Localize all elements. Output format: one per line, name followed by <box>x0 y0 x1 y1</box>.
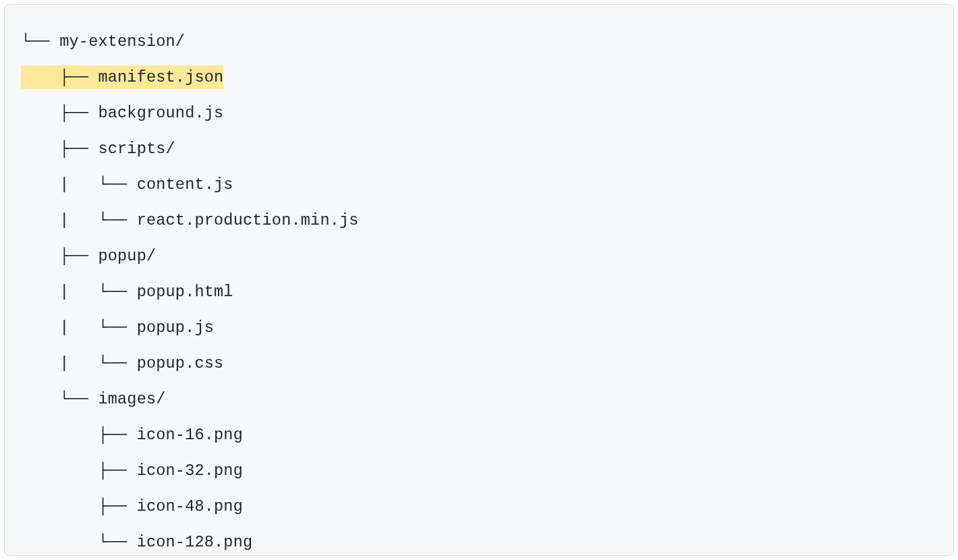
tree-line: ├── icon-48.png <box>21 488 937 524</box>
tree-prefix: ├── <box>21 426 137 444</box>
tree-prefix: ├── <box>21 247 98 265</box>
tree-item-name: my-extension/ <box>59 32 185 51</box>
tree-item-name: popup.css <box>137 354 224 372</box>
tree-line: | └── react.production.min.js <box>21 202 937 238</box>
directory-tree: └── my-extension/ ├── manifest.json ├── … <box>21 24 937 556</box>
tree-prefix: ├── <box>21 461 137 480</box>
tree-line: └── my-extension/ <box>21 24 937 59</box>
tree-line: ├── icon-16.png <box>21 417 937 453</box>
code-block: └── my-extension/ ├── manifest.json ├── … <box>4 4 954 556</box>
tree-line: ├── manifest.json <box>21 59 937 95</box>
tree-line: ├── scripts/ <box>21 131 937 167</box>
highlighted-entry: ├── manifest.json <box>21 65 223 89</box>
tree-line: | └── popup.js <box>21 310 937 345</box>
tree-item-name: icon-128.png <box>137 533 253 551</box>
tree-prefix: | └── <box>21 318 137 337</box>
tree-line: | └── popup.css <box>21 345 937 381</box>
tree-item-name: react.production.min.js <box>137 211 359 229</box>
tree-line: └── images/ <box>21 381 937 417</box>
tree-prefix: ├── <box>21 140 98 158</box>
tree-item-name: popup.html <box>137 283 233 301</box>
tree-prefix: ├── <box>21 104 98 122</box>
tree-prefix: | └── <box>21 175 137 194</box>
tree-line: ├── popup/ <box>21 238 937 274</box>
tree-prefix: | └── <box>21 211 137 229</box>
tree-item-name: icon-32.png <box>137 461 243 480</box>
tree-line: | └── popup.html <box>21 274 937 310</box>
tree-prefix: | └── <box>21 354 137 372</box>
tree-item-name: popup.js <box>137 318 214 337</box>
tree-item-name: scripts/ <box>98 140 175 158</box>
tree-item-name: icon-48.png <box>137 497 243 515</box>
tree-item-name: images/ <box>98 390 165 408</box>
tree-prefix: └── <box>21 390 98 408</box>
tree-prefix: └── <box>21 32 59 51</box>
tree-prefix: | └── <box>21 283 137 301</box>
tree-item-name: popup/ <box>98 247 156 265</box>
tree-line: | └── content.js <box>21 167 937 202</box>
tree-line: ├── icon-32.png <box>21 453 937 488</box>
tree-line: └── icon-128.png <box>21 524 937 556</box>
tree-item-name: background.js <box>98 104 223 122</box>
tree-item-name: content.js <box>137 175 233 194</box>
tree-prefix: ├── <box>21 497 137 515</box>
tree-prefix: └── <box>21 533 137 551</box>
tree-line: ├── background.js <box>21 95 937 131</box>
tree-item-name: icon-16.png <box>137 426 243 444</box>
